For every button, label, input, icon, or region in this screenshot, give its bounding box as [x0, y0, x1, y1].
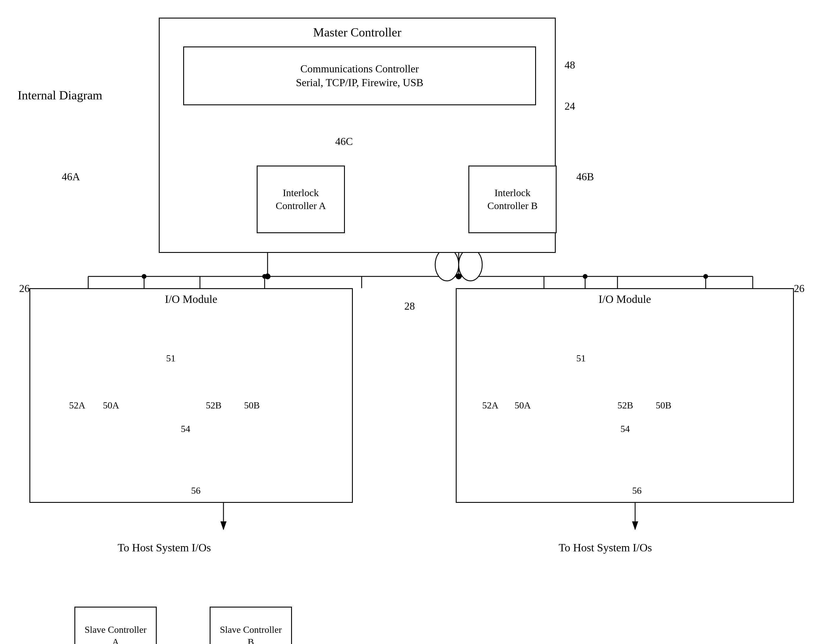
io-module-right-label: I/O Module	[463, 292, 787, 306]
io-module-left-label: I/O Module	[36, 292, 346, 306]
svg-point-29	[456, 274, 462, 279]
comm-controller-label-2: Serial, TCP/IP, Firewire, USB	[296, 76, 423, 90]
ref-52a-right: 52A	[482, 400, 499, 411]
ref-50b-right: 50B	[656, 400, 671, 411]
comm-controller-label-1: Communications Controller	[301, 62, 419, 76]
slave-ctrl-b-left: Slave Controller B	[210, 607, 292, 644]
svg-point-41	[703, 274, 708, 279]
ref-24: 24	[564, 100, 575, 112]
host-label-left: To Host System I/Os	[117, 541, 211, 554]
ref-54-left: 54	[181, 423, 190, 434]
ref-46a: 46A	[62, 171, 80, 183]
master-controller-label: Master Controller	[169, 24, 546, 40]
ref-52a-left: 52A	[69, 400, 85, 411]
ref-46c: 46C	[335, 135, 353, 148]
internal-diagram-label: Internal Diagram	[18, 88, 102, 102]
svg-point-39	[262, 274, 267, 279]
ref-56-right: 56	[632, 485, 642, 496]
svg-point-38	[142, 274, 146, 279]
comm-controller-box: Communications Controller Serial, TCP/IP…	[183, 47, 536, 105]
slave-ctrl-a-left: Slave Controller A	[74, 607, 157, 644]
slave-ctrl-a-left-label: Slave Controller A	[85, 624, 147, 644]
ref-51-left: 51	[166, 353, 175, 364]
slave-ctrl-b-left-label: Slave Controller B	[220, 624, 282, 644]
interlock-a-box: Interlock Controller A	[257, 166, 345, 233]
svg-point-13	[459, 248, 482, 281]
ref-50b-left: 50B	[244, 400, 260, 411]
ref-50a-left: 50A	[103, 400, 119, 411]
interlock-b-label: Interlock Controller B	[487, 187, 538, 213]
ref-46b: 46B	[576, 171, 594, 183]
io-module-left-box: I/O Module Slave Controller A Slave Cont…	[29, 288, 353, 503]
ref-50a-right: 50A	[515, 400, 531, 411]
ref-56-left: 56	[191, 485, 201, 496]
ref-26-left: 26	[19, 282, 30, 295]
diagram-container: Internal Diagram Master Controller Commu…	[0, 0, 833, 644]
ref-48: 48	[564, 59, 575, 71]
ref-52b-right: 52B	[618, 400, 633, 411]
svg-point-12	[435, 248, 459, 281]
ref-52b-left: 52B	[206, 400, 221, 411]
io-module-right-box: I/O Module Slave Controller A Slave Cont…	[456, 288, 794, 503]
ref-28: 28	[404, 300, 415, 312]
master-controller-box: Master Controller Communications Control…	[159, 18, 556, 253]
ref-54-right: 54	[621, 423, 630, 434]
interlock-a-label: Interlock Controller A	[276, 187, 326, 213]
svg-point-40	[583, 274, 587, 279]
host-label-right: To Host System I/Os	[559, 541, 652, 554]
interlock-b-box: Interlock Controller B	[468, 166, 556, 233]
ref-26-right: 26	[794, 282, 804, 295]
ref-51-right: 51	[576, 353, 586, 364]
